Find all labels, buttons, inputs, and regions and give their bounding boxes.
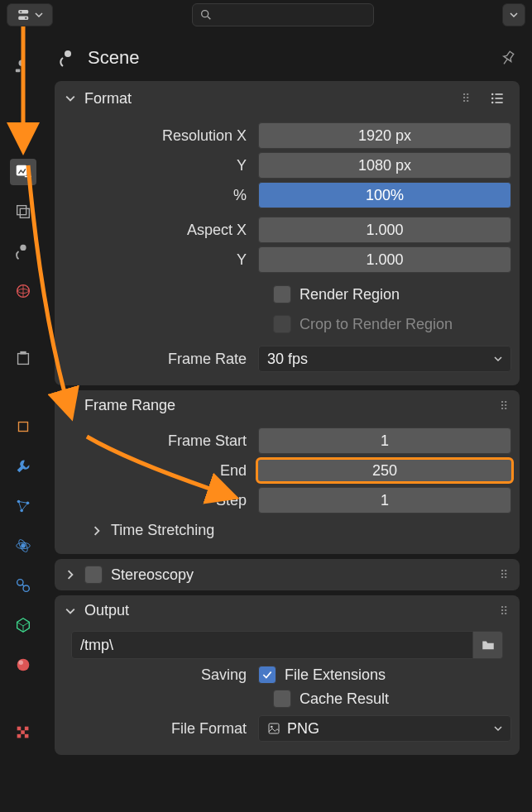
svg-rect-35: [496, 98, 503, 99]
svg-rect-14: [20, 351, 26, 355]
browse-folder-button[interactable]: [473, 631, 503, 659]
frame-rate-label: Frame Rate: [63, 351, 252, 368]
svg-point-22: [17, 580, 23, 585]
time-stretching-header[interactable]: Time Stretching: [63, 515, 511, 542]
crop-region-label: Crop to Render Region: [300, 316, 453, 333]
tool-tab[interactable]: [10, 51, 36, 78]
svg-point-19: [21, 543, 26, 548]
file-extensions-label: File Extensions: [285, 666, 386, 684]
object-tab[interactable]: [10, 413, 36, 440]
chevron-down-icon: [510, 11, 518, 19]
svg-point-2: [20, 11, 22, 12]
check-icon: [261, 669, 273, 681]
svg-rect-37: [496, 102, 503, 103]
chevron-down-icon: [65, 401, 76, 411]
saving-label: Saving: [63, 666, 252, 684]
context-header: Scene: [51, 40, 523, 76]
chevron-down-icon: [494, 724, 502, 733]
chevron-right-icon: [65, 570, 76, 580]
stereoscopy-checkbox[interactable]: [84, 566, 103, 584]
resolution-y-field[interactable]: 1080 px: [258, 152, 511, 179]
render-region-label: Render Region: [300, 286, 400, 303]
property-tab-strip: [0, 41, 46, 802]
output-tab[interactable]: [10, 159, 36, 185]
frame-start-field[interactable]: 1: [258, 427, 511, 454]
output-panel: Output ⠿ /tmp\ Saving File Extensions: [55, 595, 520, 755]
panel-drag-grip[interactable]: ⠿: [462, 92, 472, 105]
editor-type-dropdown[interactable]: [7, 3, 53, 26]
svg-rect-0: [18, 10, 28, 14]
physics-tab[interactable]: [10, 533, 36, 559]
chevron-right-icon: [91, 526, 103, 536]
image-icon: [267, 722, 280, 735]
resolution-x-field[interactable]: 1920 px: [258, 122, 511, 149]
output-path-field[interactable]: /tmp\: [71, 631, 473, 659]
constraint-tab[interactable]: [10, 572, 36, 599]
output-panel-title: Output: [84, 602, 129, 619]
render-region-checkbox[interactable]: [273, 285, 291, 303]
properties-icon: [17, 7, 31, 22]
frame-range-title: Frame Range: [84, 397, 175, 414]
scene-name[interactable]: Scene: [88, 47, 139, 69]
resolution-x-label: Resolution X: [63, 127, 252, 145]
svg-point-23: [23, 585, 29, 591]
svg-rect-13: [18, 354, 29, 365]
particle-tab[interactable]: [10, 493, 36, 519]
texture-tab[interactable]: [10, 719, 36, 746]
stereoscopy-panel: Stereoscopy ⠿: [55, 559, 520, 590]
stereoscopy-title: Stereoscopy: [111, 566, 194, 584]
render-tab[interactable]: [10, 119, 36, 146]
top-bar: [0, 0, 532, 30]
svg-line-24: [22, 585, 24, 586]
properties-content: Scene Format ⠿ Resolution X 1920 px Y 10…: [51, 40, 523, 760]
material-tab[interactable]: [10, 652, 36, 678]
svg-point-26: [19, 661, 24, 666]
format-panel: Format ⠿ Resolution X 1920 px Y 1080 px …: [55, 81, 520, 385]
svg-point-25: [17, 659, 30, 671]
pin-icon[interactable]: [495, 45, 520, 71]
panel-drag-grip[interactable]: ⠿: [500, 604, 510, 618]
panel-drag-grip[interactable]: ⠿: [500, 568, 510, 581]
svg-point-34: [491, 98, 494, 100]
file-format-dropdown[interactable]: PNG: [258, 715, 511, 742]
svg-rect-29: [21, 730, 25, 734]
svg-rect-8: [19, 130, 28, 135]
frame-end-field[interactable]: 250: [256, 457, 514, 484]
stereoscopy-header[interactable]: Stereoscopy ⠿: [55, 559, 520, 590]
file-extensions-checkbox[interactable]: [258, 666, 276, 684]
preset-menu-button[interactable]: [485, 88, 510, 109]
frame-range-header[interactable]: Frame Range ⠿: [55, 390, 520, 421]
cache-result-checkbox[interactable]: [273, 690, 291, 708]
crop-region-checkbox[interactable]: [273, 315, 291, 333]
frame-start-label: Frame Start: [63, 432, 252, 450]
frame-rate-dropdown[interactable]: 30 fps: [258, 346, 511, 372]
frame-end-label: End: [63, 462, 252, 480]
aspect-x-field[interactable]: 1.000: [258, 217, 511, 243]
scene-icon: [58, 48, 78, 68]
modifier-tab[interactable]: [10, 453, 36, 480]
svg-rect-27: [17, 727, 22, 731]
objectdata-tab[interactable]: [10, 612, 36, 638]
collection-tab[interactable]: [10, 346, 36, 372]
panel-drag-grip[interactable]: ⠿: [500, 399, 510, 413]
search-input[interactable]: [192, 3, 374, 26]
viewlayer-tab[interactable]: [10, 198, 36, 225]
options-dropdown-button[interactable]: [502, 3, 525, 26]
resolution-percent-field[interactable]: 100%: [258, 182, 511, 208]
svg-point-32: [491, 93, 494, 96]
scene-tab[interactable]: [10, 238, 36, 265]
svg-line-5: [208, 17, 210, 19]
svg-rect-11: [20, 208, 29, 217]
aspect-y-label: Y: [63, 251, 252, 269]
folder-icon: [481, 638, 496, 652]
resolution-y-label: Y: [63, 157, 252, 174]
frame-step-label: Step: [63, 492, 252, 509]
format-panel-header[interactable]: Format ⠿: [55, 81, 520, 116]
time-stretching-label: Time Stretching: [111, 522, 214, 539]
world-tab[interactable]: [10, 278, 36, 304]
frame-step-field[interactable]: 1: [258, 487, 511, 513]
aspect-x-label: Aspect X: [63, 222, 252, 239]
svg-point-39: [271, 726, 273, 728]
aspect-y-field[interactable]: 1.000: [258, 246, 511, 273]
output-panel-header[interactable]: Output ⠿: [55, 595, 520, 626]
